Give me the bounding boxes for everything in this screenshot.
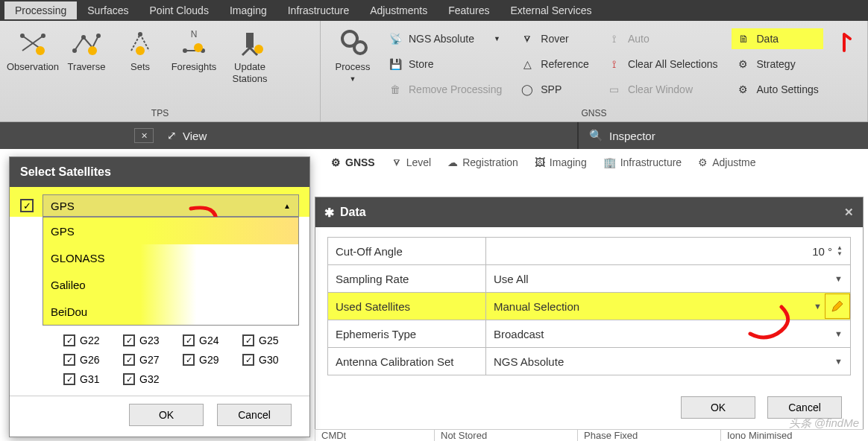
cancel-button[interactable]: Cancel: [767, 396, 842, 419]
sat-g31[interactable]: ✓G31: [63, 373, 123, 385]
antenna-value[interactable]: NGS Absolute▼: [486, 355, 850, 368]
menu-tab-features[interactable]: Features: [438, 1, 500, 19]
sets-label: Sets: [130, 61, 150, 73]
used-sat-value[interactable]: Manual Selection▼: [486, 294, 850, 319]
row-ephemeris: Ephemeris Type Broadcast▼: [327, 320, 851, 348]
row-sampling: Sampling Rate Use All▼: [327, 264, 851, 293]
process-button[interactable]: Process ▼: [327, 25, 379, 88]
svg-point-10: [136, 46, 145, 55]
spp-button[interactable]: ◯SPP: [515, 79, 594, 100]
svg-point-13: [183, 48, 187, 53]
view-tab[interactable]: ⤢View: [157, 122, 217, 149]
sets-icon: [125, 28, 155, 58]
close-icon[interactable]: ✕: [844, 206, 854, 219]
tab-imaging[interactable]: 🖼Imaging: [535, 156, 587, 168]
sat-dialog-title: Select Satellites: [20, 165, 111, 179]
select-all-checkbox[interactable]: ✓: [20, 199, 34, 212]
menu-tab-adjustments[interactable]: Adjustments: [359, 1, 438, 19]
store-button[interactable]: 💾Store: [383, 54, 506, 74]
auto-button[interactable]: ⟟Auto: [603, 28, 723, 49]
edit-button[interactable]: [825, 294, 850, 319]
option-beidou[interactable]: BeiDou: [43, 298, 298, 325]
spinner-icon[interactable]: ▲▼: [837, 245, 843, 257]
remove-processing-button[interactable]: 🗑Remove Processing: [383, 79, 506, 100]
tab-infrastructure[interactable]: 🏢Infrastructure: [603, 156, 682, 168]
inspector-icon: 🔍: [589, 129, 603, 142]
sat-g24[interactable]: ✓G24: [183, 334, 242, 346]
clear-selections-button[interactable]: ⟟Clear All Selections: [603, 54, 723, 74]
observation-label: Observation: [7, 61, 59, 73]
tab-registration[interactable]: ☁Registration: [447, 156, 518, 168]
menu-tab-surfaces[interactable]: Surfaces: [77, 1, 139, 19]
row-antenna-cal: Antenna Calibration Set NGS Absolute▼: [327, 347, 851, 375]
strategy-button[interactable]: ⚙Strategy: [732, 54, 823, 74]
save-icon: 💾: [388, 57, 403, 72]
svg-point-7: [96, 34, 101, 38]
menu-tab-external[interactable]: External Services: [500, 1, 603, 19]
reference-button[interactable]: △Reference: [515, 54, 594, 74]
menu-tab-pointclouds[interactable]: Point Clouds: [139, 1, 219, 19]
inspector-tab[interactable]: 🔍Inspector: [577, 122, 868, 149]
cutoff-label: Cut-Off Angle: [328, 238, 486, 264]
ok-button[interactable]: OK: [681, 396, 755, 419]
observation-button[interactable]: Observation: [6, 25, 60, 76]
data-button[interactable]: 🗎Data: [732, 28, 823, 49]
tab-gnss[interactable]: ⚙GNSS: [331, 156, 375, 168]
tab-level[interactable]: ⛛Level: [391, 156, 431, 168]
constellation-select[interactable]: GPS▲ GPS GLONASS Galileo BeiDou: [43, 194, 299, 217]
sets-button[interactable]: Sets: [113, 25, 167, 76]
sat-g22[interactable]: ✓G22: [63, 334, 123, 346]
chevron-down-icon: ▼: [834, 329, 843, 338]
close-icon[interactable]: ✕: [134, 128, 154, 143]
sliders-icon: ⚙: [736, 57, 751, 72]
observation-icon: [18, 28, 48, 58]
svg-point-15: [194, 43, 203, 52]
option-glonass[interactable]: GLONASS: [43, 244, 298, 271]
update-stations-icon: [235, 28, 265, 58]
ephemeris-label: Ephemeris Type: [328, 320, 486, 347]
option-gps[interactable]: GPS: [43, 218, 298, 244]
gear-icon: [338, 28, 368, 58]
menu-tab-infrastructure[interactable]: Infrastructure: [277, 1, 359, 19]
clear-window-button[interactable]: ▭Clear Window: [603, 79, 723, 100]
sat-g25[interactable]: ✓G25: [242, 334, 302, 346]
sat-g32[interactable]: ✓G32: [123, 373, 183, 385]
traverse-button[interactable]: Traverse: [60, 25, 113, 76]
sat-g27[interactable]: ✓G27: [123, 354, 183, 366]
level-icon: ⛛: [391, 156, 402, 168]
svg-point-9: [138, 32, 142, 37]
update-stations-label: UpdateStations: [233, 61, 268, 85]
sampling-value[interactable]: Use All▼: [486, 273, 850, 285]
svg-text:N: N: [191, 29, 198, 39]
option-galileo[interactable]: Galileo: [43, 271, 298, 298]
ngs-absolute-button[interactable]: 📡NGS Absolute▼: [383, 28, 506, 49]
svg-point-19: [254, 45, 263, 54]
sat-g23[interactable]: ✓G23: [123, 334, 183, 346]
antenna-label: Antenna Calibration Set: [328, 348, 486, 375]
sat-g26[interactable]: ✓G26: [63, 354, 123, 366]
chevron-down-icon: ▼: [834, 274, 843, 283]
tab-adjustments[interactable]: ⚙Adjustme: [698, 156, 755, 168]
axes-icon: ⤢: [167, 129, 177, 142]
select-satellites-dialog: Select Satellites ✓ GPS▲ GPS GLONASS Gal…: [9, 156, 310, 437]
sat-g29[interactable]: ✓G29: [183, 354, 242, 366]
cutoff-value[interactable]: 10 °▲▼: [486, 245, 850, 258]
ephemeris-value[interactable]: Broadcast▼: [486, 328, 850, 340]
rover-button[interactable]: ⛛Rover: [515, 28, 594, 49]
sat-cancel-button[interactable]: Cancel: [217, 404, 292, 426]
foresights-button[interactable]: N Foresights: [167, 25, 221, 76]
sat-g30[interactable]: ✓G30: [242, 354, 302, 366]
menu-tab-processing[interactable]: Processing: [4, 1, 77, 19]
chevron-up-icon: ▲: [283, 202, 291, 210]
svg-point-21: [354, 42, 366, 54]
sat-dialog-header: Select Satellites: [10, 157, 309, 187]
auto-settings-button[interactable]: ⚙Auto Settings: [732, 79, 823, 100]
menu-tab-imaging[interactable]: Imaging: [219, 1, 277, 19]
update-stations-button[interactable]: UpdateStations: [221, 25, 279, 88]
chevron-down-icon: ▼: [834, 357, 843, 366]
sat-ok-button[interactable]: OK: [129, 404, 204, 426]
chevron-down-icon: ▼: [814, 302, 822, 311]
sampling-label: Sampling Rate: [328, 265, 486, 292]
process-label: Process: [336, 61, 371, 73]
gear-icon: ✱: [324, 206, 334, 220]
